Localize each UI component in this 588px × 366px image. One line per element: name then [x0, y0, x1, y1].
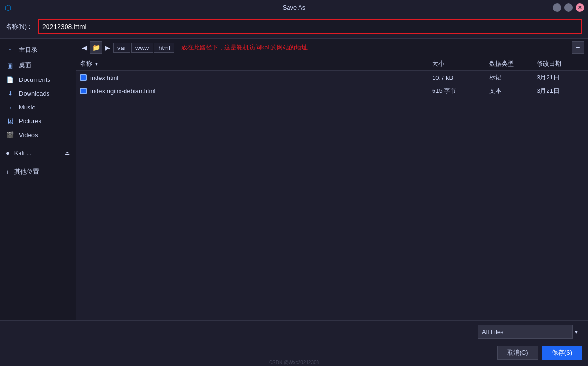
- filter-row: All Files HTML Files Text Files: [0, 321, 588, 343]
- sidebar-documents-label: Documents: [19, 76, 50, 83]
- sidebar-videos-label: Videos: [19, 131, 38, 138]
- minimize-button[interactable]: –: [553, 3, 561, 12]
- sidebar-item-other[interactable]: + 其他位置: [0, 164, 76, 179]
- sidebar-item-downloads[interactable]: ⬇ Downloads: [0, 87, 76, 100]
- file-list: index.html 10.7 kB 标记 3月21日 index.nginx-…: [76, 71, 588, 320]
- home-icon: ⌂: [6, 47, 14, 54]
- sidebar-divider: [0, 144, 76, 144]
- root-folder-icon: 📁: [92, 44, 100, 51]
- vscode-icon: ⬡: [5, 3, 11, 12]
- sidebar-kali-label: Kali ...: [14, 149, 31, 157]
- sidebar: ⌂ 主目录 ▣ 桌面 📄 Documents ⬇ Downloads ♪ Mus…: [0, 39, 76, 320]
- file-name-index-html: index.html: [80, 74, 432, 81]
- breadcrumb-annotation: 放在此路径下，这是靶机访问kali的网站的地址: [181, 43, 308, 52]
- column-name[interactable]: 名称 ▼: [80, 59, 432, 68]
- window-controls: – ✕: [553, 3, 584, 12]
- maximize-button[interactable]: [564, 3, 573, 12]
- sidebar-pictures-label: Pictures: [19, 118, 41, 125]
- file-name-index-nginx: index.nginx-debian.html: [80, 88, 432, 95]
- main-area: ⌂ 主目录 ▣ 桌面 📄 Documents ⬇ Downloads ♪ Mus…: [0, 39, 588, 320]
- column-modified[interactable]: 修改日期: [537, 59, 584, 68]
- sidebar-other-label: 其他位置: [14, 168, 39, 176]
- file-icon: [80, 74, 87, 81]
- breadcrumb-html[interactable]: html: [154, 43, 174, 53]
- kali-icon: ●: [6, 149, 10, 157]
- sidebar-item-music[interactable]: ♪ Music: [0, 100, 76, 114]
- file-icon: [80, 88, 87, 94]
- sidebar-desktop-label: 桌面: [19, 61, 31, 69]
- sidebar-divider-2: [0, 162, 76, 162]
- filename-input[interactable]: [38, 19, 582, 34]
- sidebar-downloads-label: Downloads: [19, 90, 49, 97]
- filename-row: 名称(N)：: [0, 15, 588, 39]
- watermark: CSDN @Wxc20212308: [0, 359, 588, 366]
- breadcrumb-root[interactable]: 📁: [90, 41, 102, 54]
- sidebar-home-label: 主目录: [19, 46, 38, 54]
- music-icon: ♪: [6, 104, 14, 111]
- file-list-header: 名称 ▼ 大小 数据类型 修改日期: [76, 57, 588, 71]
- file-type-filter[interactable]: All Files HTML Files Text Files: [478, 325, 573, 339]
- sidebar-item-kali[interactable]: ● Kali ... ⏏: [0, 146, 76, 160]
- title-bar: ⬡ Save As – ✕: [0, 0, 588, 15]
- new-folder-button[interactable]: +: [572, 41, 584, 54]
- column-size[interactable]: 大小: [432, 59, 489, 68]
- videos-icon: 🎬: [6, 131, 14, 138]
- documents-icon: 📄: [6, 76, 14, 83]
- sidebar-music-label: Music: [19, 104, 35, 111]
- sidebar-item-home[interactable]: ⌂ 主目录: [0, 42, 76, 58]
- sidebar-item-documents[interactable]: 📄 Documents: [0, 73, 76, 87]
- sidebar-item-videos[interactable]: 🎬 Videos: [0, 128, 76, 142]
- file-browser: ◀ 📁 ▶ var www html 放在此路径下，这是靶机访问kali的网站的…: [76, 39, 588, 320]
- filename-label: 名称(N)：: [6, 22, 33, 31]
- breadcrumb-www[interactable]: www: [131, 43, 153, 53]
- sidebar-item-pictures[interactable]: 🖼 Pictures: [0, 114, 76, 128]
- sidebar-item-desktop[interactable]: ▣ 桌面: [0, 58, 76, 73]
- table-row[interactable]: index.nginx-debian.html 615 字节 文本 3月21日: [76, 84, 588, 98]
- desktop-icon: ▣: [6, 62, 14, 69]
- dialog-title: Save As: [283, 4, 306, 11]
- bottom-area: All Files HTML Files Text Files 取消(C) 保存…: [0, 320, 588, 365]
- pictures-icon: 🖼: [6, 118, 14, 125]
- eject-icon: ⏏: [65, 150, 70, 157]
- table-row[interactable]: index.html 10.7 kB 标记 3月21日: [76, 71, 588, 84]
- breadcrumb-nav: ◀ 📁 ▶ var www html 放在此路径下，这是靶机访问kali的网站的…: [76, 39, 588, 57]
- close-button[interactable]: ✕: [576, 3, 584, 12]
- column-type[interactable]: 数据类型: [489, 59, 537, 68]
- cancel-button[interactable]: 取消(C): [497, 346, 538, 360]
- save-button[interactable]: 保存(S): [542, 346, 582, 360]
- filter-select-wrapper: All Files HTML Files Text Files: [478, 325, 582, 339]
- back-arrow[interactable]: ◀: [80, 43, 89, 52]
- add-icon: +: [6, 168, 10, 176]
- downloads-icon: ⬇: [6, 90, 14, 97]
- forward-arrow[interactable]: ▶: [103, 43, 112, 52]
- breadcrumb-var[interactable]: var: [113, 43, 130, 53]
